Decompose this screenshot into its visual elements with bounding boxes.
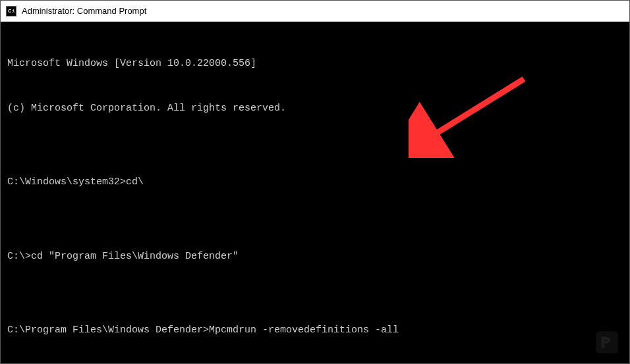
terminal-line: (c) Microsoft Corporation. All rights re… — [7, 101, 623, 117]
terminal-output[interactable]: Microsoft Windows [Version 10.0.22000.55… — [1, 22, 629, 364]
command-prompt-window: C:\ Administrator: Command Prompt Micros… — [0, 0, 630, 364]
titlebar[interactable]: C:\ Administrator: Command Prompt — [1, 1, 629, 22]
cmd-icon: C:\ — [6, 6, 16, 16]
watermark-icon — [593, 328, 621, 356]
cmd-icon-label: C:\ — [8, 9, 14, 13]
window-title: Administrator: Command Prompt — [22, 6, 146, 16]
terminal-line: C:\>cd "Program Files\Windows Defender" — [7, 249, 623, 265]
terminal-line: C:\Program Files\Windows Defender>Mpcmdr… — [7, 323, 623, 338]
terminal-line: Microsoft Windows [Version 10.0.22000.55… — [7, 57, 623, 72]
terminal-line: C:\Windows\system32>cd\ — [7, 175, 623, 190]
